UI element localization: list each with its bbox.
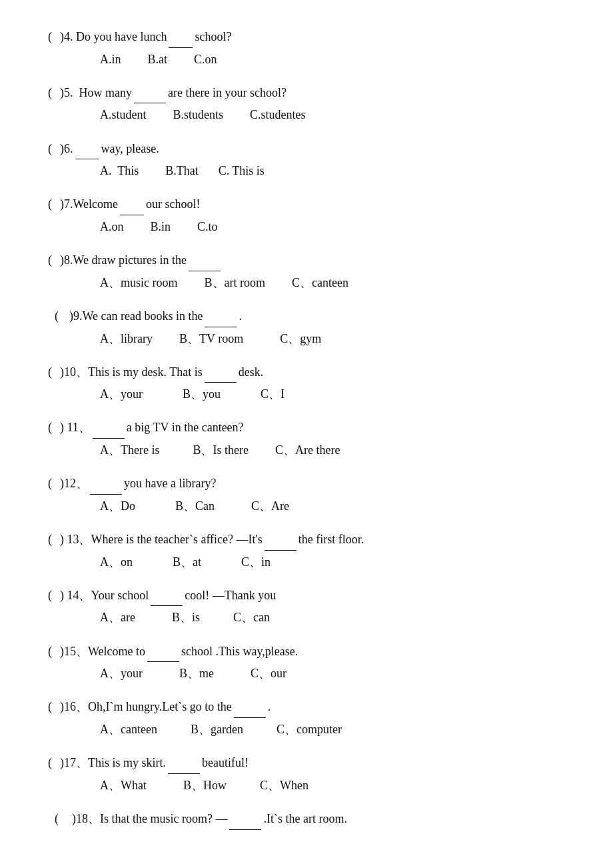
q6-optA: A. This xyxy=(100,159,139,182)
question-9: ( )9.We can read books in the . A、librar… xyxy=(40,306,573,350)
q8-line: ( )8.We draw pictures in the xyxy=(40,250,573,271)
q8-optC: C、canteen xyxy=(292,271,348,294)
q18-line: ( )18、Is that the music room? — .It`s th… xyxy=(40,809,573,830)
q6-number: )6. xyxy=(60,139,73,159)
q11-text-after: a big TV in the canteen? xyxy=(127,417,244,438)
questions-container: ( )4. Do you have lunch school? A.in B.a… xyxy=(40,27,573,830)
q17-text-after: beautiful! xyxy=(202,753,249,773)
q11-line: ( ) 11、 a big TV in the canteen? xyxy=(40,417,573,439)
q14-options: A、are B、is C、can xyxy=(40,606,573,629)
q10-paren-open: ( xyxy=(40,362,52,383)
q17-line: ( )17、This is my skirt. beautiful! xyxy=(40,753,573,774)
q9-optB: B、TV room xyxy=(179,327,243,350)
q8-blank xyxy=(189,250,221,271)
q6-optC: C. This is xyxy=(219,159,265,182)
q16-line: ( )16、Oh,I`m hungry.Let`s go to the . xyxy=(40,697,573,718)
question-18: ( )18、Is that the music room? — .It`s th… xyxy=(40,809,573,830)
question-15: ( )15、Welcome to school .This way,please… xyxy=(40,641,573,685)
q15-blank xyxy=(147,641,179,663)
q9-line: ( )9.We can read books in the . xyxy=(40,306,573,327)
question-17: ( )17、This is my skirt. beautiful! A、Wha… xyxy=(40,753,573,797)
q7-paren-open: ( xyxy=(40,194,52,215)
question-4: ( )4. Do you have lunch school? A.in B.a… xyxy=(40,27,573,71)
q4-text-after: school? xyxy=(195,27,231,47)
question-16: ( )16、Oh,I`m hungry.Let`s go to the . A、… xyxy=(40,697,573,741)
q8-options: A、music room B、art room C、canteen xyxy=(40,271,573,294)
q11-paren-close xyxy=(53,417,60,438)
q16-paren-close xyxy=(53,697,60,717)
q7-options: A.on B.in C.to xyxy=(40,215,573,238)
q9-options: A、library B、TV room C、gym xyxy=(40,327,573,350)
q17-optC: C、When xyxy=(260,774,308,797)
q15-options: A、your B、me C、our xyxy=(40,662,573,685)
q14-number: ) 14、Your school xyxy=(60,585,149,606)
q7-optC: C.to xyxy=(197,215,218,238)
q9-number: )9.We can read books in the xyxy=(69,306,203,327)
q4-optA: A.in xyxy=(100,48,121,71)
question-5: ( )5. How many are there in your school?… xyxy=(40,83,573,127)
q11-optA: A、There is xyxy=(100,439,159,461)
q15-optC: C、our xyxy=(251,662,287,685)
q16-optC: C、computer xyxy=(277,718,342,741)
q15-paren-close xyxy=(53,641,60,662)
q16-optB: B、garden xyxy=(191,718,243,741)
q6-paren-close xyxy=(53,139,60,159)
question-8: ( )8.We draw pictures in the A、music roo… xyxy=(40,250,573,294)
q10-line: ( )10、This is my desk. That is desk. xyxy=(40,362,573,383)
q13-optC: C、in xyxy=(241,551,271,573)
q13-optB: B、at xyxy=(173,551,201,573)
question-12: ( )12、 you have a library? A、Do B、Can C、… xyxy=(40,473,573,517)
q6-line: ( )6. way, please. xyxy=(40,139,573,160)
question-6: ( )6. way, please. A. This B.That C. Thi… xyxy=(40,139,573,183)
q10-number: )10、This is my desk. That is xyxy=(60,362,203,383)
q14-blank xyxy=(151,585,183,607)
q9-blank xyxy=(205,306,237,327)
q5-blank xyxy=(134,83,166,104)
question-11: ( ) 11、 a big TV in the canteen? A、There… xyxy=(40,417,573,461)
q13-line: ( ) 13、Where is the teacher`s affice? —I… xyxy=(40,529,573,551)
q17-paren-close xyxy=(53,753,60,773)
q16-optA: A、canteen xyxy=(100,718,157,741)
q12-optA: A、Do xyxy=(100,495,135,517)
q12-number: )12、 xyxy=(60,473,88,494)
q5-text-after: are there in your school? xyxy=(168,83,287,103)
q11-blank xyxy=(93,417,125,439)
q7-paren-close xyxy=(53,194,60,215)
q8-optB: B、art room xyxy=(205,271,266,294)
q15-line: ( )15、Welcome to school .This way,please… xyxy=(40,641,573,663)
q16-blank xyxy=(234,697,266,718)
q18-text-after: .It`s the art room. xyxy=(263,809,346,829)
q5-paren-open: ( xyxy=(40,83,52,103)
q11-paren-open: ( xyxy=(40,417,52,438)
q18-number: )18、Is that the music room? — xyxy=(72,809,227,829)
q4-paren-open: ( xyxy=(40,27,52,47)
q13-paren-close xyxy=(53,529,60,550)
question-13: ( ) 13、Where is the teacher`s affice? —I… xyxy=(40,529,573,573)
q13-blank xyxy=(265,529,297,551)
q12-blank xyxy=(90,473,122,495)
q6-paren-open: ( xyxy=(40,139,52,159)
q10-blank xyxy=(205,362,237,383)
q12-text-after: you have a library? xyxy=(124,473,216,494)
q12-paren-close xyxy=(53,473,60,494)
q17-paren-open: ( xyxy=(40,753,52,773)
q11-optB: B、Is there xyxy=(193,439,248,461)
q14-paren-open: ( xyxy=(40,585,52,606)
q9-optA: A、library xyxy=(100,327,153,350)
q7-line: ( )7.Welcome our school! xyxy=(40,194,573,215)
q4-line: ( )4. Do you have lunch school? xyxy=(40,27,573,48)
q9-optC: C、gym xyxy=(280,327,321,350)
question-10: ( )10、This is my desk. That is desk. A、y… xyxy=(40,362,573,406)
q10-optB: B、you xyxy=(183,383,221,405)
q16-paren-open: ( xyxy=(40,697,52,717)
q7-text-after: our school! xyxy=(146,194,200,215)
q11-optC: C、Are there xyxy=(275,439,340,461)
q4-paren-close xyxy=(53,27,60,47)
q16-text-after: . xyxy=(268,697,271,717)
q16-number: )16、Oh,I`m hungry.Let`s go to the xyxy=(60,697,232,717)
q8-paren-close xyxy=(53,250,60,271)
q18-paren-open: ( xyxy=(40,809,59,829)
q10-paren-close xyxy=(53,362,60,383)
question-14: ( ) 14、Your school cool! —Thank you A、ar… xyxy=(40,585,573,629)
q8-paren-open: ( xyxy=(40,250,52,271)
